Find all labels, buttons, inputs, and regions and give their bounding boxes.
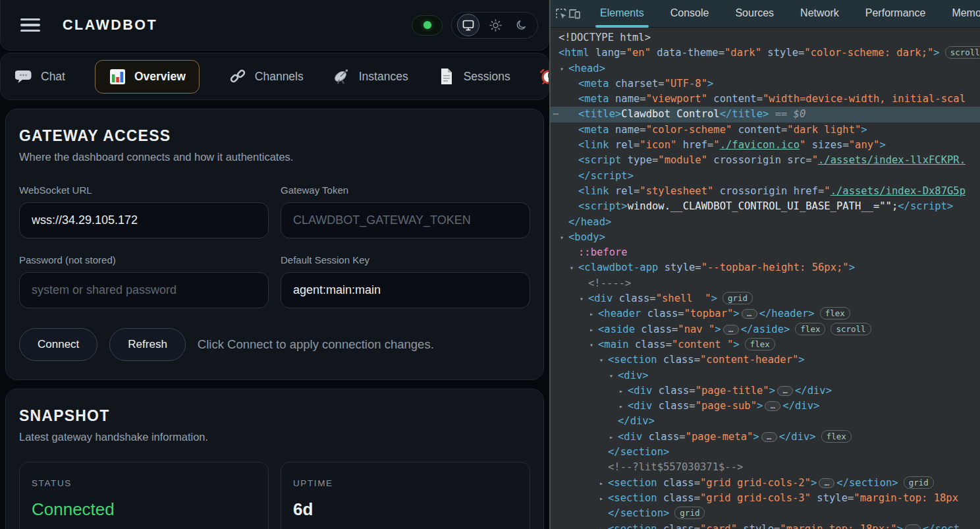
devtools-tab-memory[interactable]: Memory [939, 0, 980, 28]
devtools-code-line[interactable]: <script>window.__CLAWDBOT_CONTROL_UI_BAS… [551, 199, 980, 214]
devtools-code-line[interactable]: <meta name="color-scheme" content="dark … [551, 123, 980, 138]
gateway-card-subtitle: Where the dashboard connects and how it … [19, 151, 530, 163]
collapsed-content-icon[interactable]: … [742, 309, 757, 319]
collapse-arrow-icon[interactable]: ▾ [560, 230, 564, 245]
code-token: <link [578, 185, 609, 197]
devtools-code-line[interactable]: <html lang="en" data-theme="dark" style=… [551, 45, 980, 61]
devtools-code-line[interactable]: ▸<section class="grid grid-cols-2">…</se… [551, 476, 980, 491]
devtools-code-line[interactable]: ▾<clawdbot-app style="--topbar-height: 5… [551, 260, 980, 275]
layout-badge-grid[interactable]: grid [722, 292, 753, 304]
devtools-code-line[interactable]: <meta charset="UTF-8"> [551, 76, 980, 92]
devtools-code-line[interactable]: ::before [551, 245, 980, 260]
devtools-code-line[interactable]: ▾<head> [551, 61, 980, 76]
devtools-code-line[interactable]: ⋯<title>Clawdbot Control</title> == $0 [551, 107, 980, 122]
theme-system-button[interactable] [457, 14, 479, 36]
collapsed-content-icon[interactable]: … [723, 325, 739, 335]
connect-button[interactable]: Connect [19, 328, 97, 361]
devtools-code-line[interactable]: ▾<body> [551, 230, 980, 245]
layout-badge-scroll[interactable]: scroll [830, 323, 871, 335]
password-input[interactable] [19, 272, 269, 308]
devtools-tab-network[interactable]: Network [787, 0, 852, 28]
expand-arrow-icon[interactable]: ▸ [599, 476, 603, 491]
theme-light-button[interactable] [482, 12, 508, 38]
collapse-arrow-icon[interactable]: ▾ [599, 352, 603, 368]
layout-badge-scroll[interactable]: scroll [945, 46, 980, 59]
devtools-code-line[interactable]: </section>grid [551, 506, 980, 521]
inspect-element-button[interactable] [555, 3, 568, 24]
bar-chart-icon [109, 68, 126, 86]
collapse-arrow-icon[interactable]: ▾ [609, 368, 613, 383]
code-token: = [672, 323, 678, 335]
devtools-tab-performance[interactable]: Performance [852, 0, 939, 28]
expand-arrow-icon[interactable]: ▸ [589, 322, 593, 337]
layout-badge-flex[interactable]: flex [745, 338, 775, 350]
devtools-code-line[interactable]: </script> [551, 169, 980, 184]
devtools-tab-console[interactable]: Console [657, 0, 722, 28]
devtools-code-line[interactable]: <!----> [551, 276, 980, 291]
expand-arrow-icon[interactable]: ▸ [609, 430, 613, 445]
collapsed-content-icon[interactable]: … [777, 386, 793, 396]
code-token: = [842, 139, 848, 151]
collapsed-content-icon[interactable]: … [819, 478, 834, 488]
collapse-arrow-icon[interactable]: ▾ [589, 337, 593, 352]
devtools-code-line[interactable]: <link rel="stylesheet" crossorigin href=… [551, 184, 980, 199]
devtools-code-line[interactable]: ▾<section class="content-header"> [551, 352, 980, 368]
layout-badge-flex[interactable]: flex [820, 307, 850, 320]
collapsed-content-icon[interactable]: … [905, 524, 921, 529]
devtools-code-line[interactable]: </div> [551, 414, 980, 429]
stat-card-status: STATUSConnected [19, 462, 269, 529]
code-token: href [787, 185, 818, 197]
nav-tab-sessions[interactable]: Sessions [438, 68, 510, 86]
nav-tab-chat[interactable]: Chat [15, 68, 65, 86]
devtools-code-line[interactable]: <!DOCTYPE html> [551, 30, 980, 45]
theme-dark-button[interactable] [508, 12, 535, 38]
devtools-code-line[interactable]: ▸<section class="grid grid-cols-3" style… [551, 491, 980, 506]
collapsed-content-icon[interactable]: … [765, 401, 780, 411]
nav-tab-alarm[interactable] [540, 68, 549, 86]
devtools-code-line[interactable]: <!--?lit$557030371$--> [551, 460, 980, 475]
code-token: class [652, 385, 689, 397]
devtools-code-line[interactable]: </section> [551, 445, 980, 460]
collapse-arrow-icon[interactable]: ▾ [580, 291, 584, 306]
devtools-code-line[interactable]: ▾<div> [551, 368, 980, 383]
expand-arrow-icon[interactable]: ▸ [589, 306, 593, 321]
refresh-button[interactable]: Refresh [109, 328, 186, 361]
nav-tab-instances[interactable]: Instances [333, 68, 408, 86]
expand-arrow-icon[interactable]: ▸ [599, 491, 603, 506]
devtools-code-line[interactable]: ▸<div class="page-title">…</div> [551, 383, 980, 399]
websocket-url-input[interactable] [19, 202, 269, 238]
hamburger-menu-icon[interactable] [20, 18, 40, 32]
devtools-tab-elements[interactable]: Elements [587, 0, 657, 28]
collapse-arrow-icon[interactable]: ▾ [560, 61, 564, 76]
expand-arrow-icon[interactable]: ▸ [619, 399, 623, 414]
devtools-code-line[interactable]: ▸<aside class="nav ">…</aside>flexscroll [551, 322, 980, 337]
expand-arrow-icon[interactable]: ▸ [599, 522, 603, 529]
devtools-code-line[interactable]: <script type="module" crossorigin src=".… [551, 153, 980, 168]
nav-tab-channels[interactable]: Channels [229, 68, 304, 86]
layout-badge-flex[interactable]: flex [821, 430, 852, 443]
more-actions-icon[interactable]: ⋯ [553, 107, 558, 122]
nav-tab-overview[interactable]: Overview [95, 60, 200, 94]
collapse-arrow-icon[interactable]: ▾ [570, 260, 574, 275]
devtools-code-line[interactable]: <link rel="icon" href="./favicon.ico" si… [551, 138, 980, 153]
code-token: <div [628, 400, 652, 412]
collapsed-content-icon[interactable]: … [761, 432, 777, 442]
devtools-code-line[interactable]: ▸<div class="page-sub">…</div> [551, 399, 980, 414]
code-token: > [861, 124, 867, 136]
devtools-code-line[interactable]: </head> [551, 215, 980, 230]
expand-arrow-icon[interactable]: ▸ [619, 383, 623, 399]
gateway-token-input[interactable] [281, 202, 530, 238]
devtools-code-line[interactable]: ▸<div class="page-meta">…</div>flex [551, 430, 980, 445]
session-key-input[interactable] [281, 272, 530, 308]
devtools-tab-sources[interactable]: Sources [722, 0, 787, 28]
layout-badge-grid[interactable]: grid [904, 476, 934, 489]
layout-badge-grid[interactable]: grid [674, 507, 705, 519]
devtools-code-line[interactable]: ▸<header class="topbar">…</header>flex [551, 306, 980, 321]
devtools-code-line[interactable]: <meta name="viewport" content="width=dev… [551, 92, 980, 107]
devtools-code-line[interactable]: ▾<main class="content ">flex [551, 337, 980, 352]
devtools-code-line[interactable]: ▸<section class="card" style="margin-top… [551, 522, 980, 529]
devtools-code-line[interactable]: ▾<div class="shell ">grid [551, 291, 980, 306]
device-toolbar-button[interactable] [568, 3, 581, 24]
code-token: <section [608, 523, 657, 529]
layout-badge-flex[interactable]: flex [795, 323, 825, 335]
